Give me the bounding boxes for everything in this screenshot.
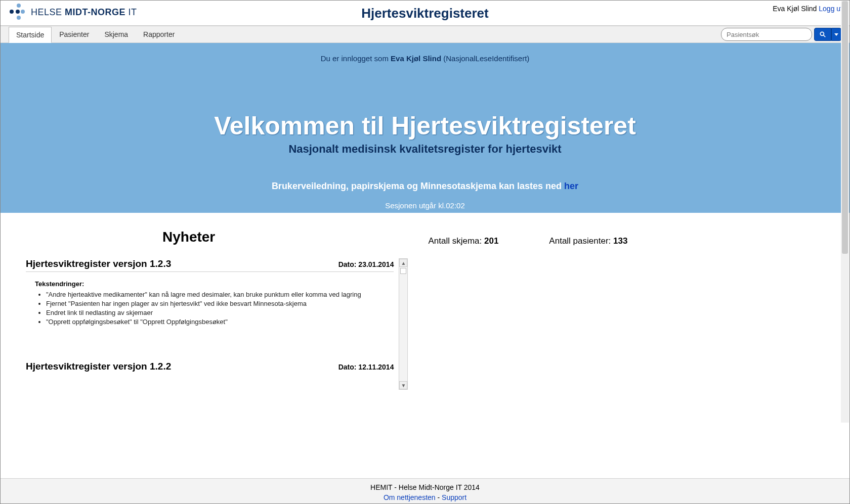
logout-link[interactable]: Logg ut <box>819 5 842 13</box>
chevron-down-icon <box>834 33 838 36</box>
patient-search-input[interactable] <box>721 28 812 41</box>
brand-text-prefix: HELSE <box>31 7 65 17</box>
news-bullet: Endret link til nedlasting av skjemaer <box>46 309 394 316</box>
login-user: Eva Kjøl Slind <box>391 54 441 63</box>
hero-info-text: Brukerveiledning, papirskjema og Minneso… <box>272 181 564 191</box>
login-prefix: Du er innlogget som <box>321 54 391 63</box>
stats-column: Antall skjema: 201 Antall pasienter: 133 <box>408 213 849 479</box>
nav-tabs: Startside Pasienter Skjema Rapporter <box>9 26 182 42</box>
tab-rapporter[interactable]: Rapporter <box>136 26 182 42</box>
scroll-up-icon[interactable]: ▲ <box>399 259 407 267</box>
news-column: Nyheter Hjertesviktregister versjon 1.2.… <box>1 213 408 479</box>
hero-title: Velkommen til Hjertesviktregisteret <box>1 111 849 141</box>
hero-banner: Du er innlogget som Eva Kjøl Slind (Nasj… <box>1 43 849 213</box>
tab-pasienter[interactable]: Pasienter <box>52 26 97 42</box>
news-item-section: Tekstendringer: <box>35 280 394 288</box>
stat-forms-label: Antall skjema: <box>428 236 484 246</box>
tab-startside[interactable]: Startside <box>9 27 52 43</box>
news-scrollbar[interactable]: ▲ ▼ <box>399 258 408 390</box>
window-scrollbar[interactable] <box>841 1 849 423</box>
session-expiry: Sesjonen utgår kl.02:02 <box>1 201 849 210</box>
tab-skjema[interactable]: Skjema <box>97 26 136 42</box>
footer: HEMIT - Helse Midt-Norge IT 2014 Om nett… <box>1 478 849 503</box>
footer-sep: - <box>436 493 442 501</box>
news-bullet: "Andre hjerteaktive medikamenter" kan nå… <box>46 291 394 298</box>
scrollbar-thumb[interactable] <box>400 268 406 274</box>
hero-download-line: Brukerveiledning, papirskjema og Minneso… <box>1 181 849 192</box>
news-item-head: Hjertesviktregister versjon 1.2.3 Dato: … <box>26 258 394 272</box>
news-bullet: Fjernet "Pasienten har ingen plager av s… <box>46 300 394 307</box>
header: HELSE MIDT-NORGE IT Hjertesviktregistere… <box>1 1 849 26</box>
news-bullet: "Opprett oppfølgingsbesøket" til "Oppret… <box>46 318 394 326</box>
stats-row: Antall skjema: 201 Antall pasienter: 133 <box>428 236 829 246</box>
search-icon <box>819 31 826 38</box>
search-button[interactable] <box>814 28 831 41</box>
stat-forms-value: 201 <box>484 236 498 246</box>
stat-patients-label: Antall pasienter: <box>549 236 613 246</box>
footer-copyright: HEMIT - Helse Midt-Norge IT 2014 <box>1 483 849 493</box>
search-button-group <box>814 28 841 41</box>
login-role: (NasjonalLeseIdentifisert) <box>441 54 529 63</box>
footer-about-link[interactable]: Om nettjenesten <box>384 493 436 501</box>
search-wrap <box>721 28 841 41</box>
svg-line-1 <box>824 35 826 37</box>
user-name: Eva Kjøl Slind <box>773 5 817 13</box>
hero-download-link[interactable]: her <box>564 181 578 191</box>
login-info: Du er innlogget som Eva Kjøl Slind (Nasj… <box>1 43 849 63</box>
stat-patients: Antall pasienter: 133 <box>549 236 627 246</box>
footer-support-link[interactable]: Support <box>442 493 466 501</box>
news-item-date: Dato: 23.01.2014 <box>338 260 394 268</box>
navbar: Startside Pasienter Skjema Rapporter <box>1 26 849 43</box>
svg-point-0 <box>820 32 824 35</box>
footer-links: Om nettjenesten - Support <box>1 493 849 503</box>
window-scrollbar-thumb[interactable] <box>842 1 848 254</box>
news-item-date: Dato: 12.11.2014 <box>338 363 394 371</box>
brand-text-bold: MIDT-NORGE <box>65 7 125 17</box>
brand-text-suffix: IT <box>125 7 137 17</box>
content: Nyheter Hjertesviktregister versjon 1.2.… <box>1 213 849 479</box>
stat-patients-value: 133 <box>613 236 627 246</box>
hero-subtitle: Nasjonalt medisinsk kvalitetsregister fo… <box>1 143 849 156</box>
search-dropdown-button[interactable] <box>831 28 841 41</box>
stat-forms: Antall skjema: 201 <box>428 236 498 246</box>
scroll-down-icon[interactable]: ▼ <box>399 381 407 389</box>
brand-text: HELSE MIDT-NORGE IT <box>31 7 137 18</box>
user-area: Eva Kjøl Slind Logg ut <box>773 5 842 13</box>
brand-logo: HELSE MIDT-NORGE IT <box>10 4 137 21</box>
news-item: Hjertesviktregister versjon 1.2.2 Dato: … <box>26 361 394 374</box>
news-scroll-area[interactable]: Hjertesviktregister versjon 1.2.3 Dato: … <box>26 258 408 390</box>
news-heading: Nyheter <box>162 229 408 245</box>
news-item-list: "Andre hjerteaktive medikamenter" kan nå… <box>37 291 394 326</box>
brand-dots-icon <box>10 4 27 21</box>
news-item-title: Hjertesviktregister versjon 1.2.3 <box>26 258 171 269</box>
news-item-head: Hjertesviktregister versjon 1.2.2 Dato: … <box>26 361 394 374</box>
news-item-title: Hjertesviktregister versjon 1.2.2 <box>26 361 171 372</box>
news-item: Hjertesviktregister versjon 1.2.3 Dato: … <box>26 258 394 326</box>
